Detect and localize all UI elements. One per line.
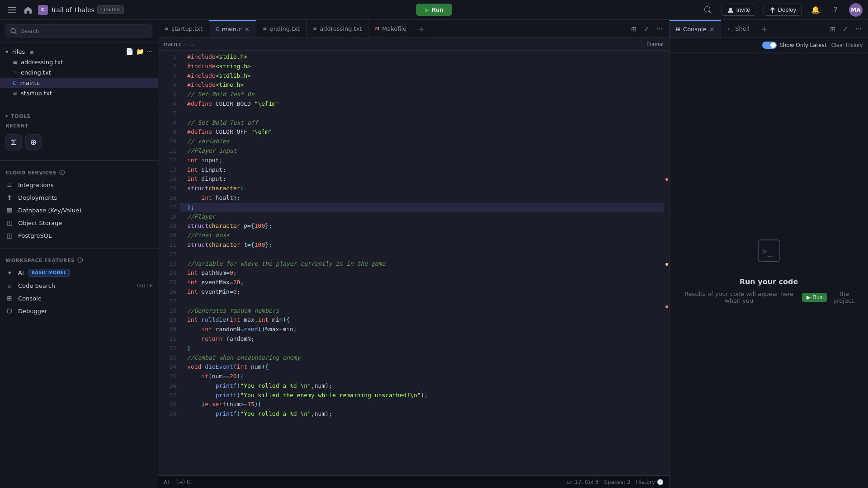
inline-run-button[interactable]: ▶ Run [802, 293, 827, 302]
sidebar-item-debugger[interactable]: ⬡ Debugger [0, 305, 158, 317]
clear-history-button[interactable]: Clear History [831, 42, 863, 48]
files-section-header[interactable]: ▾ Files ● 📄 📁 ··· [0, 46, 158, 57]
code-line-2: #include <string.h> [180, 62, 664, 71]
editor-wrapper: 12345 678910 1112131415 1617181920 21222… [158, 51, 669, 475]
split-console-button[interactable]: ⊞ [828, 23, 837, 34]
search-button[interactable] [702, 4, 714, 16]
sidebar-item-deployments[interactable]: ⬆ Deployments [0, 191, 158, 204]
more-button[interactable]: ··· [146, 48, 152, 55]
main-tab-close[interactable]: ✕ [244, 26, 250, 33]
code-line-37: printf("You killed the enemy while remai… [180, 391, 664, 400]
expand-editor-button[interactable]: ⤢ [642, 23, 651, 34]
scroll-indicator-2 [665, 263, 668, 266]
console-body: >_ Run your code Results of your code wi… [670, 52, 868, 488]
code-search-shortcut: Ctrl⇧F [137, 283, 152, 289]
format-button[interactable]: Format [646, 41, 664, 47]
console-tab-bar: ⊞ Console ✕ ›_ Shell + ⊞ ⤢ ⋯ [670, 20, 868, 38]
svg-rect-1 [8, 9, 16, 10]
brand-icon: C [38, 5, 48, 15]
workspace-info[interactable]: ⓘ [77, 257, 83, 264]
deployments-icon: ⬆ [5, 194, 14, 201]
code-content[interactable]: #include <stdio.h> #include <string.h> #… [180, 51, 664, 475]
code-line-14: int dinput; [180, 174, 664, 184]
tab-console[interactable]: ⊞ Console ✕ [670, 20, 721, 38]
sidebar-item-postgresql[interactable]: ◫ PostgreSQL [0, 229, 158, 242]
shell-tab-label: Shell [735, 25, 750, 32]
search-input[interactable] [20, 28, 147, 34]
show-only-latest-label: Show Only Latest [779, 42, 827, 48]
new-folder-button[interactable]: 📁 [136, 48, 144, 55]
tab-addressing[interactable]: ≡ addressing.txt [307, 20, 368, 38]
cloud-services-info[interactable]: ⓘ [59, 169, 65, 177]
sidebar-item-ai[interactable]: ✦ AI BASIC MODEL [0, 266, 158, 279]
file-item-main[interactable]: C main.c [0, 78, 158, 88]
toggle-knob [770, 42, 776, 48]
nix-tool-button[interactable] [25, 134, 42, 150]
status-right: Ln 17, Col 3 Spaces: 2 History 🕐 [566, 479, 664, 485]
tab-ending[interactable]: ≡ ending.txt [256, 20, 307, 38]
add-console-tab-button[interactable]: + [756, 20, 772, 38]
console-more-button[interactable]: ⋯ [854, 23, 863, 34]
tab-makefile[interactable]: M Makefile [368, 20, 413, 38]
code-line-30: int randomN = rand() % max + min; [180, 325, 664, 334]
files-section-actions: 📄 📁 ··· [126, 48, 152, 55]
cloud-services-header: Cloud Services ⓘ [0, 167, 158, 178]
tab-shell[interactable]: ›_ Shell [721, 20, 756, 38]
file-item-ending[interactable]: ≡ ending.txt [0, 67, 158, 78]
console-tab-close[interactable]: ✕ [709, 26, 715, 33]
clear-history-label: Clear History [831, 42, 863, 48]
tab-startup[interactable]: ≡ startup.txt [158, 20, 209, 38]
ai-model-badge: BASIC MODEL [28, 269, 70, 277]
add-tab-button[interactable]: + [413, 20, 429, 38]
postgresql-label: PostgreSQL [18, 232, 52, 239]
code-line-18: //Player [180, 212, 664, 222]
sidebar-item-code-search[interactable]: ⌕ Code Search Ctrl⇧F [0, 279, 158, 292]
ending-tab-label: ending.txt [269, 25, 300, 32]
deploy-button[interactable]: Deploy [764, 4, 802, 16]
code-line-36: printf("You rolled a %d \n", num); [180, 381, 664, 391]
run-button[interactable]: ▶ Run [416, 4, 452, 16]
breadcrumb-context: ... [189, 41, 194, 47]
console-run-desc: Results of your code will appear here wh… [679, 291, 859, 304]
help-button[interactable]: ? [829, 4, 842, 16]
sidebar-item-console[interactable]: ⊞ Console [0, 292, 158, 305]
search-input-wrap[interactable] [5, 24, 152, 38]
new-file-button[interactable]: 📄 [126, 48, 133, 55]
console-run-title: Run your code [740, 277, 798, 286]
startup-tab-label: startup.txt [171, 25, 203, 32]
sidebar-item-database[interactable]: ▦ Database (Key/Value) [0, 204, 158, 216]
sidebar-item-object-storage[interactable]: ◫ Object Storage [0, 216, 158, 229]
code-line-11: //Player input [180, 146, 664, 156]
toggle-switch[interactable] [762, 42, 777, 49]
terminal-tool-button[interactable] [5, 134, 22, 150]
search-icon [10, 28, 17, 34]
file-item-startup[interactable]: ≡ startup.txt [0, 88, 158, 99]
scroll-indicators[interactable] [664, 51, 669, 475]
status-bar: AI (→) C Ln 17, Col 3 Spaces: 2 History … [158, 475, 669, 488]
database-icon: ▦ [5, 206, 14, 214]
home-button[interactable] [22, 4, 34, 16]
code-editor[interactable]: 12345 678910 1112131415 1617181920 21222… [158, 51, 669, 475]
editor-more-button[interactable]: ⋯ [655, 23, 665, 34]
notifications-button[interactable]: 🔔 [809, 4, 822, 16]
invite-button[interactable]: Invite [722, 4, 756, 16]
tab-main[interactable]: C main.c ✕ [209, 20, 256, 38]
avatar[interactable]: MA [849, 3, 863, 17]
console-run-icon: >_ [755, 236, 783, 270]
makefile-tab-icon: M [375, 26, 379, 32]
code-line-3: #include <stdlib.h> [180, 71, 664, 81]
code-line-6: #define COLOR_BOLD "\e[1m" [180, 99, 664, 109]
code-search-label: Code Search [18, 282, 55, 289]
expand-console-button[interactable]: ⤢ [841, 23, 850, 34]
files-section-label: ▾ Files ● [5, 48, 34, 55]
file-item-addressing[interactable]: ≡ addressing.txt [0, 57, 158, 67]
scroll-indicator-1 [665, 178, 668, 181]
split-view-button[interactable]: ⊞ [629, 23, 638, 34]
sidebar-toggle-button[interactable] [5, 4, 18, 16]
sidebar-item-integrations[interactable]: ≡ Integrations [0, 178, 158, 191]
file-icon-txt: ≡ [13, 59, 17, 66]
show-only-latest-toggle[interactable]: Show Only Latest [762, 42, 827, 49]
startup-tab-icon: ≡ [165, 26, 169, 32]
code-line-10: // variables [180, 137, 664, 146]
code-line-38: } else if (num >= 15) { [180, 400, 664, 409]
